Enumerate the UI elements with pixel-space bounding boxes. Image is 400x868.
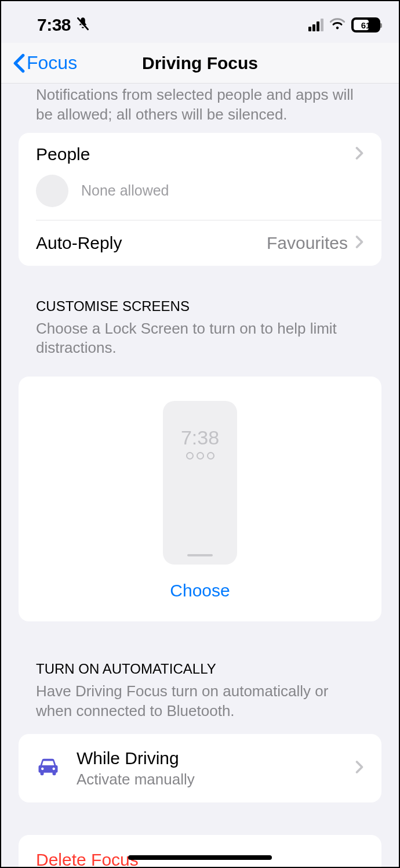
chevron-right-icon xyxy=(355,760,364,776)
auto-header: TURN ON AUTOMATICALLY xyxy=(1,661,399,679)
people-label: People xyxy=(36,144,355,164)
delete-focus-button[interactable]: Delete Focus xyxy=(19,835,381,868)
lockscreen-card: 7:38 Choose xyxy=(19,377,381,621)
page-title: Driving Focus xyxy=(142,53,258,73)
customise-desc: Choose a Lock Screen to turn on to help … xyxy=(1,317,399,367)
phone-homebar-icon xyxy=(187,554,213,556)
status-left: 7:38 xyxy=(37,15,90,35)
delete-focus-label: Delete Focus xyxy=(36,850,139,868)
home-indicator[interactable] xyxy=(128,855,272,860)
status-bar: 7:38 61 xyxy=(1,1,399,43)
allow-notifications-desc: Notifications from selected people and a… xyxy=(1,84,399,133)
activate-sub: Activate manually xyxy=(77,771,339,789)
auto-reply-row[interactable]: Auto-Reply Favourites xyxy=(19,220,381,266)
back-label: Focus xyxy=(27,52,77,74)
content: Notifications from selected people and a… xyxy=(1,84,399,868)
chevron-right-icon xyxy=(355,146,364,162)
chevron-right-icon xyxy=(355,235,364,251)
while-driving-row[interactable]: While Driving Activate manually xyxy=(19,734,381,802)
none-allowed-label: None allowed xyxy=(81,182,169,199)
cellular-signal-icon xyxy=(308,19,323,31)
customise-header: CUSTOMISE SCREENS xyxy=(1,298,399,317)
status-right: 61 xyxy=(308,17,380,32)
people-row[interactable]: People None allowed xyxy=(19,133,381,220)
back-button[interactable]: Focus xyxy=(13,52,77,74)
lockscreen-preview[interactable]: 7:38 xyxy=(163,401,237,565)
avatar-placeholder xyxy=(36,175,68,207)
battery-icon: 61 xyxy=(351,17,380,32)
wifi-icon xyxy=(329,17,346,32)
auto-reply-value: Favourites xyxy=(267,233,348,253)
battery-level: 61 xyxy=(361,20,371,30)
lockscreen-widgets-icon xyxy=(186,452,214,460)
silent-icon xyxy=(75,16,90,34)
choose-button[interactable]: Choose xyxy=(170,581,230,601)
nav-header: Focus Driving Focus xyxy=(1,43,399,84)
allow-card: People None allowed Auto-Reply Favourite… xyxy=(19,133,381,266)
status-time: 7:38 xyxy=(37,15,71,35)
while-driving-label: While Driving xyxy=(77,748,339,769)
auto-reply-label: Auto-Reply xyxy=(36,233,267,253)
auto-card: While Driving Activate manually xyxy=(19,734,381,802)
auto-desc: Have Driving Focus turn on automatically… xyxy=(1,679,399,729)
chevron-left-icon xyxy=(13,53,26,73)
lockscreen-time: 7:38 xyxy=(181,426,219,449)
car-icon xyxy=(36,757,60,779)
